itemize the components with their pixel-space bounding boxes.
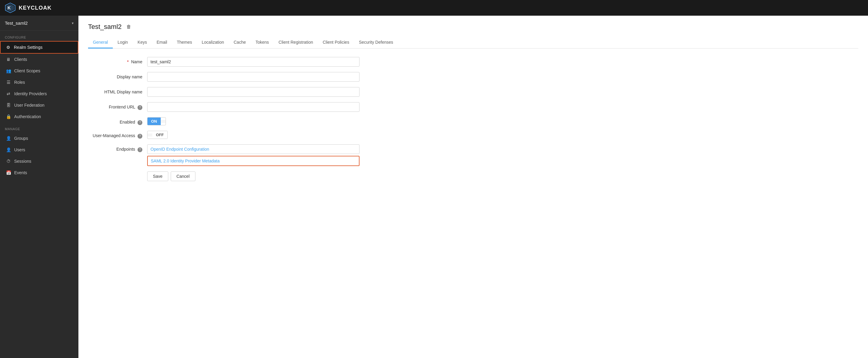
user-managed-access-label: User-Managed Access ? — [88, 131, 142, 139]
logo-text: KEYCLOAK — [19, 5, 52, 11]
tab-general[interactable]: General — [88, 37, 113, 48]
user-managed-access-toggle[interactable]: OFF — [147, 131, 168, 139]
enabled-toggle[interactable]: ON — [147, 117, 166, 125]
sidebar-item-groups[interactable]: 👤 Groups — [0, 133, 79, 144]
tab-tokens[interactable]: Tokens — [251, 37, 274, 48]
sidebar-item-identity-providers[interactable]: ⇄ Identity Providers — [0, 88, 79, 99]
name-label: * Name — [88, 57, 142, 64]
tab-client-policies[interactable]: Client Policies — [318, 37, 354, 48]
user-managed-access-row: User-Managed Access ? OFF — [88, 131, 360, 139]
tab-cache[interactable]: Cache — [229, 37, 251, 48]
groups-icon: 👤 — [6, 136, 11, 141]
tab-client-registration[interactable]: Client Registration — [274, 37, 318, 48]
frontend-url-row: Frontend URL ? — [88, 102, 360, 112]
html-display-name-input[interactable] — [147, 87, 360, 97]
authentication-icon: 🔒 — [6, 114, 11, 119]
display-name-label: Display name — [88, 72, 142, 79]
endpoints-row: Endpoints ? OpenID Endpoint Configuratio… — [88, 144, 360, 166]
tab-keys[interactable]: Keys — [133, 37, 152, 48]
realm-name: Test_saml2 — [5, 21, 28, 26]
tab-email[interactable]: Email — [152, 37, 172, 48]
svg-text:K: K — [7, 5, 11, 10]
tab-login[interactable]: Login — [113, 37, 133, 48]
sidebar-item-client-scopes-label: Client Scopes — [14, 68, 40, 73]
required-indicator: * — [127, 59, 128, 64]
html-display-name-label: HTML Display name — [88, 87, 142, 94]
user-federation-icon: 🗄 — [6, 102, 11, 108]
sidebar-item-clients[interactable]: 🖥 Clients — [0, 54, 79, 65]
sidebar-item-authentication-label: Authentication — [14, 114, 41, 119]
sidebar-item-sessions[interactable]: ⏱ Sessions — [0, 156, 79, 167]
frontend-url-label: Frontend URL ? — [88, 102, 142, 110]
keycloak-logo-icon: K — [5, 2, 16, 13]
users-icon: 👤 — [6, 147, 11, 153]
events-icon: 📅 — [6, 170, 11, 175]
roles-icon: ☰ — [6, 79, 11, 85]
page-title: Test_saml2 — [88, 23, 122, 31]
cancel-button[interactable]: Cancel — [171, 171, 195, 181]
content-area: Test_saml2 🗑 General Login Keys Email Th… — [79, 16, 868, 358]
frontend-url-input[interactable] — [147, 102, 360, 112]
sidebar-item-roles[interactable]: ☰ Roles — [0, 76, 79, 88]
sidebar-item-users-label: Users — [14, 148, 25, 152]
sidebar: Test_saml2 ▾ Configure ⚙ Realm Settings … — [0, 16, 79, 358]
manage-section-label: Manage — [0, 122, 79, 133]
sidebar-item-roles-label: Roles — [14, 80, 25, 85]
sidebar-item-clients-label: Clients — [14, 57, 27, 62]
sidebar-item-events-label: Events — [14, 170, 27, 175]
name-input[interactable] — [147, 57, 360, 67]
sidebar-item-identity-providers-label: Identity Providers — [14, 91, 47, 96]
client-scopes-icon: 👥 — [6, 68, 11, 73]
enabled-row: Enabled ? ON — [88, 117, 360, 125]
html-display-name-row: HTML Display name — [88, 87, 360, 97]
logo-area: K KEYCLOAK — [5, 2, 52, 13]
toggle-off-part[interactable] — [161, 120, 165, 123]
user-managed-access-toggle-container: OFF — [147, 131, 168, 139]
sidebar-item-realm-settings[interactable]: ⚙ Realm Settings — [0, 41, 79, 54]
main-layout: Test_saml2 ▾ Configure ⚙ Realm Settings … — [0, 16, 868, 358]
user-managed-access-info-icon: ? — [137, 134, 142, 139]
sidebar-item-users[interactable]: 👤 Users — [0, 144, 79, 156]
tab-localization[interactable]: Localization — [197, 37, 229, 48]
sidebar-item-user-federation[interactable]: 🗄 User Federation — [0, 99, 79, 111]
sidebar-item-events[interactable]: 📅 Events — [0, 167, 79, 178]
endpoints-label: Endpoints ? — [88, 144, 142, 152]
form-section: * Name Display name HTML Display name Fr… — [88, 57, 360, 181]
enabled-info-icon: ? — [137, 120, 142, 125]
sidebar-item-groups-label: Groups — [14, 136, 28, 141]
sidebar-item-authentication[interactable]: 🔒 Authentication — [0, 111, 79, 122]
display-name-input[interactable] — [147, 72, 360, 82]
action-buttons: Save Cancel — [88, 171, 360, 181]
sessions-icon: ⏱ — [6, 159, 11, 164]
endpoints-container: OpenID Endpoint Configuration SAML 2.0 I… — [147, 144, 360, 166]
chevron-down-icon: ▾ — [72, 21, 73, 25]
save-button[interactable]: Save — [147, 171, 168, 181]
toggle-off-button[interactable]: OFF — [152, 131, 167, 139]
sidebar-item-user-federation-label: User Federation — [14, 103, 44, 107]
frontend-url-info-icon: ? — [137, 105, 142, 110]
delete-realm-button[interactable]: 🗑 — [125, 23, 132, 31]
endpoint-openid-link[interactable]: OpenID Endpoint Configuration — [147, 144, 360, 154]
display-name-row: Display name — [88, 72, 360, 82]
enabled-label: Enabled ? — [88, 117, 142, 125]
endpoint-saml-link[interactable]: SAML 2.0 Identity Provider Metadata — [147, 156, 360, 166]
top-header: K KEYCLOAK — [0, 0, 868, 16]
configure-section-label: Configure — [0, 31, 79, 41]
tabs: General Login Keys Email Themes Localiza… — [88, 37, 858, 48]
page-title-row: Test_saml2 🗑 — [88, 23, 858, 31]
tab-security-defenses[interactable]: Security Defenses — [354, 37, 398, 48]
realm-settings-icon: ⚙ — [5, 44, 11, 50]
realm-selector[interactable]: Test_saml2 ▾ — [0, 16, 79, 31]
enabled-toggle-container: ON — [147, 117, 166, 125]
sidebar-item-sessions-label: Sessions — [14, 159, 31, 164]
identity-providers-icon: ⇄ — [6, 91, 11, 96]
sidebar-item-realm-settings-label: Realm Settings — [14, 45, 42, 50]
sidebar-item-client-scopes[interactable]: 👥 Client Scopes — [0, 65, 79, 76]
tab-themes[interactable]: Themes — [172, 37, 197, 48]
clients-icon: 🖥 — [6, 57, 11, 62]
toggle-off-empty[interactable] — [148, 133, 152, 136]
endpoints-info-icon: ? — [137, 148, 142, 152]
toggle-on-button[interactable]: ON — [148, 118, 161, 125]
name-row: * Name — [88, 57, 360, 67]
